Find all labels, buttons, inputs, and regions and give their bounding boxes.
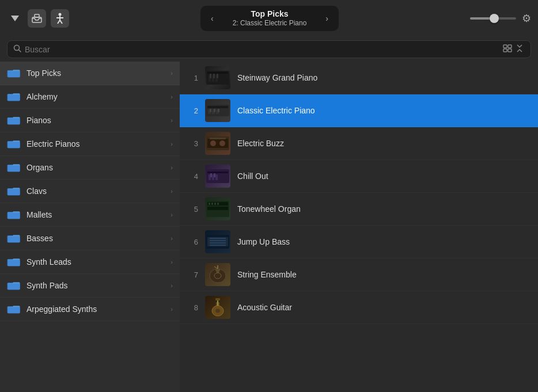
instrument-row[interactable]: 3 Electric Buzz [180, 127, 538, 160]
search-bar [0, 37, 538, 62]
svg-rect-41 [210, 74, 211, 78]
folder-icon [7, 233, 21, 244]
nav-next-button[interactable]: › [323, 14, 331, 23]
collapse-icon[interactable] [516, 44, 525, 54]
instrument-name: Tonewheel Organ [237, 204, 301, 214]
chevron-right-icon: › [171, 188, 173, 195]
top-bar-right: ⚙ [470, 12, 531, 25]
sidebar-item-basses[interactable]: Basses › [0, 227, 180, 250]
volume-track[interactable] [470, 17, 516, 20]
svg-rect-15 [7, 71, 20, 78]
dropdown-icon[interactable] [7, 10, 23, 26]
sidebar-item-arpeggiated-synths[interactable]: Arpeggiated Synths › [0, 298, 180, 321]
svg-rect-87 [215, 298, 220, 300]
instrument-name: Steinway Grand Piano [237, 73, 317, 82]
row-number: 7 [187, 271, 198, 279]
instrument-name: Acoustic Guitar [237, 303, 292, 312]
svg-rect-61 [215, 174, 218, 180]
volume-fill [470, 17, 491, 20]
inbox-button[interactable] [28, 9, 46, 28]
sidebar-item-electric-pianos[interactable]: Electric Pianos › [0, 132, 180, 156]
svg-point-3 [59, 13, 62, 16]
chevron-right-icon: › [171, 235, 173, 242]
instrument-thumbnail [205, 165, 230, 188]
sidebar-item-top-picks[interactable]: Top Picks › [0, 62, 180, 85]
volume-control[interactable] [470, 17, 516, 20]
svg-line-7 [60, 20, 62, 24]
search-icon [13, 44, 21, 54]
sidebar-item-synth-leads[interactable]: Synth Leads › [0, 250, 180, 274]
sidebar-item-label: Mallets [26, 210, 165, 219]
svg-rect-21 [7, 142, 20, 149]
sidebar-item-pianos[interactable]: Pianos › [0, 109, 180, 132]
svg-point-54 [210, 140, 216, 146]
instrument-thumbnail [205, 66, 230, 89]
svg-rect-17 [7, 95, 20, 101]
svg-rect-67 [209, 203, 210, 205]
sidebar-item-clavs[interactable]: Clavs › [0, 180, 180, 203]
svg-rect-25 [7, 189, 20, 196]
figure-button[interactable] [51, 9, 69, 28]
chevron-right-icon: › [171, 117, 173, 124]
instrument-row[interactable]: 7 String Ensemble [180, 258, 538, 291]
folder-icon [7, 280, 21, 291]
row-number: 6 [187, 238, 198, 246]
svg-point-55 [219, 140, 225, 146]
svg-rect-70 [217, 203, 219, 205]
sidebar-item-alchemy[interactable]: Alchemy › [0, 85, 180, 109]
sidebar-item-synth-pads[interactable]: Synth Pads › [0, 274, 180, 298]
chevron-right-icon: › [171, 164, 173, 171]
nav-prev-button[interactable]: ‹ [209, 14, 216, 23]
nav-main-title: Top Picks [222, 9, 318, 19]
sidebar-item-mallets[interactable]: Mallets › [0, 203, 180, 227]
center-nav: ‹ Top Picks 2: Classic Electric Piano › [200, 6, 339, 31]
instrument-row[interactable]: 5 Tonewheel Organ [180, 193, 538, 226]
sidebar-item-label: Synth Pads [26, 281, 165, 290]
svg-rect-27 [7, 213, 20, 219]
sidebar-item-label: Arpeggiated Synths [26, 305, 165, 314]
grid-view-icon[interactable] [503, 44, 512, 54]
instrument-thumbnail [205, 296, 230, 319]
top-bar-left [7, 9, 69, 28]
instrument-row[interactable]: 1 Steinway Grand Piano [180, 62, 538, 94]
sidebar-item-organs[interactable]: Organs › [0, 156, 180, 180]
svg-rect-43 [217, 74, 218, 78]
row-number: 2 [187, 106, 198, 115]
chevron-right-icon: › [171, 306, 173, 313]
folder-icon [7, 185, 21, 197]
volume-knob[interactable] [490, 14, 499, 23]
nav-title: Top Picks 2: Classic Electric Piano [222, 9, 318, 27]
svg-rect-10 [503, 45, 507, 48]
svg-rect-35 [7, 307, 20, 314]
main-content: Top Picks › Alchemy › Pianos › [0, 62, 538, 392]
instrument-row[interactable]: 8 Acoustic Guitar [180, 291, 538, 324]
sidebar-item-label: Electric Pianos [26, 139, 165, 149]
search-input[interactable] [25, 45, 499, 54]
svg-rect-45 [207, 106, 228, 108]
sidebar-item-label: Alchemy [26, 92, 165, 101]
svg-rect-68 [211, 203, 213, 205]
instrument-name: String Ensemble [237, 270, 297, 279]
folder-icon [7, 115, 21, 126]
svg-rect-31 [7, 260, 20, 267]
instrument-row[interactable]: 6 Jump Up Bass [180, 226, 538, 258]
row-number: 1 [187, 74, 198, 82]
instrument-name: Classic Electric Piano [237, 106, 315, 115]
svg-rect-33 [7, 284, 20, 290]
svg-rect-13 [508, 49, 512, 52]
instrument-row[interactable]: 4 Chill Out [180, 160, 538, 193]
instrument-thumbnail [205, 230, 230, 253]
svg-rect-23 [7, 166, 20, 172]
instrument-name: Jump Up Bass [237, 237, 290, 246]
svg-rect-42 [213, 74, 215, 78]
svg-rect-63 [214, 173, 215, 177]
sidebar: Top Picks › Alchemy › Pianos › [0, 62, 180, 392]
instrument-row[interactable]: 2 Classic Electric Piano [180, 94, 538, 127]
instrument-list: 1 Steinway Grand Piano 2 Classic Electri… [180, 62, 538, 392]
settings-icon[interactable]: ⚙ [522, 12, 531, 25]
folder-icon [7, 256, 21, 268]
svg-rect-51 [218, 109, 219, 112]
top-bar: ‹ Top Picks 2: Classic Electric Piano › … [0, 0, 538, 37]
row-number: 5 [187, 205, 198, 214]
folder-icon [7, 303, 21, 315]
